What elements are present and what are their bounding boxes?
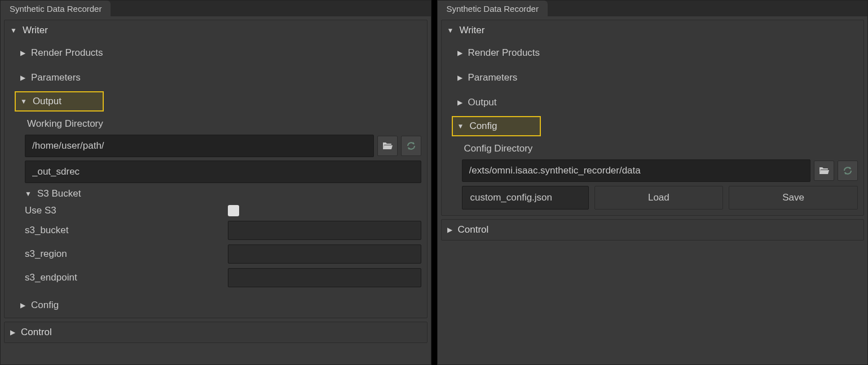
chevron-down-icon [20,97,27,105]
parameters-label: Parameters [468,72,518,83]
writer-section: Writer Render Products Parameters Output [441,20,865,216]
use-s3-row: Use S3 [17,203,421,219]
use-s3-checkbox[interactable] [228,205,239,216]
output-prefix-row [17,159,421,185]
right-panel: Synthetic Data Recorder Writer Render Pr… [437,0,869,365]
s3-region-input[interactable] [228,244,421,264]
render-products-row: Render Products [442,41,864,65]
tab-bar: Synthetic Data Recorder [1,1,431,16]
chevron-right-icon [20,49,25,57]
output-content: Working Directory S3 Bucket [5,113,427,293]
s3-bucket-input[interactable] [228,221,421,240]
writer-section: Writer Render Products Parameters Output [4,20,428,318]
render-products-label: Render Products [468,47,540,59]
output-label: Output [468,97,497,108]
config-file-row: Load Save [454,184,858,212]
control-section: Control [4,322,428,343]
render-products-row: Render Products [5,41,427,65]
control-header[interactable]: Control [5,322,427,342]
working-directory-row [17,133,421,159]
parameters-header[interactable]: Parameters [457,68,857,88]
output-label: Output [33,96,61,107]
writer-label: Writer [23,25,48,36]
s3-region-field-label: s3_region [25,248,222,260]
chevron-right-icon [457,49,462,57]
s3-bucket-header[interactable]: S3 Bucket [17,185,421,203]
working-directory-label: Working Directory [17,115,421,133]
save-button[interactable]: Save [729,186,858,210]
control-label: Control [21,327,52,338]
config-directory-row [454,158,858,184]
tab-bar: Synthetic Data Recorder [438,1,868,16]
tab-synthetic-data-recorder[interactable]: Synthetic Data Recorder [1,1,111,16]
chevron-right-icon [20,74,25,82]
chevron-right-icon [20,301,25,309]
chevron-down-icon [25,190,32,198]
writer-label: Writer [459,25,484,36]
control-header[interactable]: Control [442,220,864,240]
chevron-down-icon [457,122,464,130]
config-content: Config Directory Load Save [442,137,864,215]
s3-endpoint-input[interactable] [228,268,421,287]
control-section: Control [441,219,865,241]
refresh-button[interactable] [838,161,858,181]
chevron-down-icon [447,26,454,34]
chevron-right-icon [457,99,462,106]
refresh-icon [406,140,417,152]
chevron-down-icon [10,26,17,34]
control-label: Control [458,224,489,235]
s3-bucket-label: S3 Bucket [37,188,81,199]
parameters-label: Parameters [31,72,81,83]
tab-synthetic-data-recorder[interactable]: Synthetic Data Recorder [438,1,548,16]
config-label: Config [469,121,497,132]
chevron-right-icon [447,226,452,234]
render-products-header[interactable]: Render Products [20,43,420,63]
s3-region-row: s3_region [17,242,421,266]
load-button[interactable]: Load [594,186,724,210]
render-products-header[interactable]: Render Products [457,43,857,63]
working-directory-input[interactable] [25,135,374,157]
parameters-row: Parameters [5,65,427,90]
output-header[interactable]: Output [457,92,857,113]
output-header[interactable]: Output [15,91,104,112]
config-header[interactable]: Config [20,295,420,315]
config-row: Config [5,293,427,318]
config-directory-input[interactable] [462,159,811,182]
use-s3-label: Use S3 [25,205,222,216]
output-row: Output [442,90,864,115]
browse-folder-button[interactable] [377,136,398,156]
refresh-icon [842,165,853,176]
writer-header[interactable]: Writer [5,20,427,41]
browse-folder-button[interactable] [814,161,834,181]
config-header[interactable]: Config [452,116,541,136]
chevron-right-icon [10,328,15,336]
config-filename-input[interactable] [462,186,589,210]
folder-open-icon [382,141,393,150]
writer-header[interactable]: Writer [442,20,864,41]
panel-body: Writer Render Products Parameters Output [438,16,868,364]
s3-bucket-field-label: s3_bucket [25,225,222,236]
s3-bucket-row: s3_bucket [17,219,421,242]
s3-endpoint-field-label: s3_endpoint [25,272,222,283]
chevron-right-icon [457,74,462,82]
left-panel: Synthetic Data Recorder Writer Render Pr… [0,0,431,365]
config-directory-label: Config Directory [454,140,858,158]
panel-body: Writer Render Products Parameters Output [1,16,431,364]
parameters-header[interactable]: Parameters [20,68,420,88]
render-products-label: Render Products [31,47,103,59]
parameters-row: Parameters [442,65,864,90]
s3-endpoint-row: s3_endpoint [17,266,421,290]
output-prefix-input[interactable] [25,161,421,183]
refresh-button[interactable] [401,136,421,156]
folder-open-icon [818,166,830,175]
config-label: Config [31,300,59,311]
